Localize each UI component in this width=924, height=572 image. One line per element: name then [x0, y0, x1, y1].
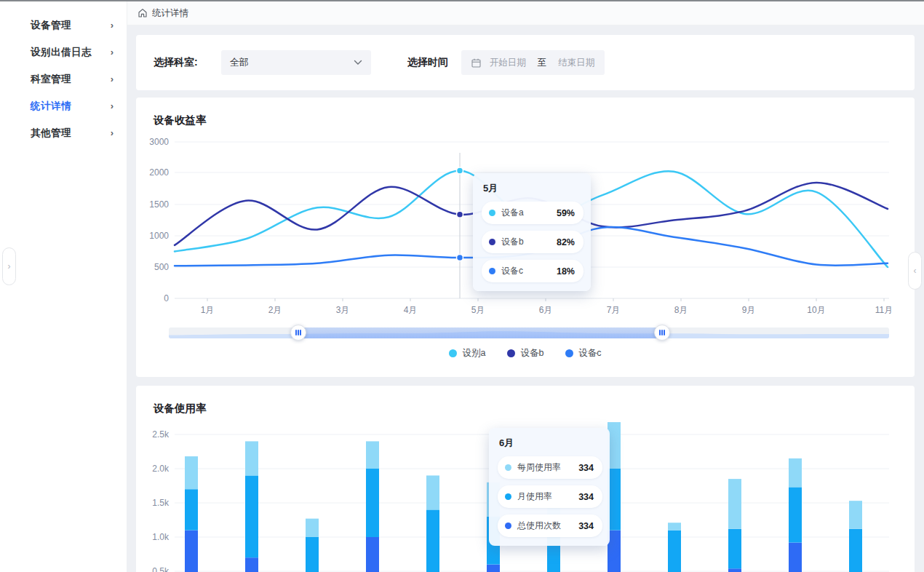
datazoom-handle-right[interactable]: [654, 325, 670, 341]
legend-item-3[interactable]: 设备c: [565, 347, 601, 360]
tooltip-series-value: 82%: [557, 237, 575, 247]
legend-item-1[interactable]: 设别a: [449, 347, 485, 360]
tooltip-series-name: 设备a: [501, 207, 546, 219]
tooltip-row: 设备c18%: [482, 260, 584, 282]
chevron-right-icon: ›: [111, 127, 113, 138]
svg-text:1.0k: 1.0k: [152, 532, 170, 542]
tooltip-row: 设备a59%: [482, 202, 584, 224]
sidebar-item-label: 科室管理: [31, 73, 111, 86]
sidebar-item-2[interactable]: 设别出借日志›: [0, 39, 127, 65]
tooltip-series-name: 设备c: [501, 265, 546, 277]
panel-collapse-toggle[interactable]: ‹: [908, 252, 922, 290]
datazoom-track[interactable]: [169, 327, 889, 338]
svg-text:1000: 1000: [149, 231, 169, 241]
chevron-right-icon: ›: [111, 47, 113, 57]
tooltip-series-value: 334: [578, 521, 594, 531]
legend-dot: [565, 349, 573, 357]
svg-text:5月: 5月: [471, 305, 485, 315]
tooltip-series-dot: [489, 239, 495, 245]
sidebar-item-label: 其他管理: [31, 127, 111, 140]
tooltip-series-dot: [505, 464, 511, 471]
tooltip-row: 总使用次数334: [498, 515, 602, 537]
tooltip-title: 5月: [483, 182, 584, 195]
legend-dot: [449, 349, 457, 357]
breadcrumb: 统计详情: [127, 1, 924, 25]
svg-text:3000: 3000: [149, 137, 169, 147]
tooltip-series-value: 18%: [557, 266, 575, 277]
sidebar-item-3[interactable]: 科室管理›: [0, 65, 127, 92]
sidebar-item-label: 统计详情: [31, 100, 111, 113]
usage-chart-title: 设备使用率: [154, 402, 207, 416]
date-separator: 至: [538, 57, 547, 69]
main-content: 统计详情 选择科室: 全部 选择时间 开始日期 至 结束日期 设备收益率 300…: [127, 1, 924, 572]
date-end-placeholder[interactable]: 结束日期: [558, 57, 594, 69]
tooltip-row: 设备b82%: [482, 231, 584, 253]
tooltip-series-value: 334: [578, 492, 594, 502]
svg-text:1.5k: 1.5k: [152, 498, 170, 508]
tooltip-series-name: 设备b: [501, 236, 546, 248]
window-top-strip: [0, 0, 924, 1]
svg-text:1500: 1500: [149, 199, 169, 210]
tooltip-series-name: 每周使用率: [517, 461, 568, 474]
calendar-icon: [471, 58, 481, 68]
tooltip-series-value: 334: [578, 463, 594, 473]
tooltip-series-dot: [489, 268, 495, 274]
svg-text:9月: 9月: [742, 305, 756, 315]
sidebar-item-label: 设备管理: [31, 19, 111, 32]
chevron-right-icon: ›: [111, 20, 113, 31]
breadcrumb-label: 统计详情: [152, 7, 188, 20]
revenue-chart-card: 设备收益率 300020001500100050001月2月3月4月5月6月7月…: [136, 98, 915, 377]
chevron-right-icon: ›: [8, 261, 11, 271]
sidebar-item-4[interactable]: 统计详情›: [0, 92, 127, 119]
sidebar-item-1[interactable]: 设备管理›: [0, 12, 127, 39]
usage-chart-tooltip: 6月每周使用率334月使用率334总使用次数334: [489, 428, 610, 546]
chart-legend: 设别a设备b设备c: [136, 347, 915, 360]
department-select-value: 全部: [230, 56, 354, 69]
svg-text:2月: 2月: [268, 305, 282, 315]
datazoom-slider[interactable]: [169, 327, 889, 338]
chevron-right-icon: ›: [111, 100, 113, 111]
chevron-left-icon: ‹: [914, 266, 917, 276]
date-range-picker[interactable]: 开始日期 至 结束日期: [461, 50, 605, 75]
legend-item-2[interactable]: 设备b: [507, 347, 543, 360]
svg-text:8月: 8月: [674, 305, 688, 315]
tooltip-series-dot: [505, 523, 511, 529]
legend-label: 设别a: [462, 347, 485, 360]
chevron-right-icon: ›: [111, 74, 113, 84]
tooltip-series-value: 59%: [557, 208, 575, 218]
tooltip-series-name: 总使用次数: [517, 520, 568, 532]
svg-text:0.5k: 0.5k: [152, 566, 170, 572]
tooltip-series-dot: [505, 493, 511, 500]
chevron-down-icon: [354, 60, 362, 65]
svg-text:2.5k: 2.5k: [152, 429, 170, 440]
svg-text:1月: 1月: [201, 305, 215, 315]
department-filter-label: 选择科室:: [154, 56, 198, 69]
department-select[interactable]: 全部: [221, 50, 371, 75]
legend-dot: [507, 349, 515, 357]
svg-text:7月: 7月: [607, 305, 621, 315]
usage-chart-card: 设备使用率 2.5k2.0k1.5k1.0k0.5k 6月每周使用率334月使用…: [136, 386, 915, 572]
tooltip-series-dot: [489, 210, 495, 216]
legend-label: 设备c: [578, 347, 601, 360]
svg-text:11月: 11月: [875, 305, 893, 315]
time-filter-label: 选择时间: [407, 56, 448, 69]
svg-text:10月: 10月: [807, 305, 825, 315]
svg-text:2000: 2000: [149, 167, 169, 178]
legend-label: 设备b: [520, 347, 543, 360]
tooltip-series-name: 月使用率: [517, 490, 568, 503]
tooltip-row: 月使用率334: [498, 485, 602, 508]
svg-text:4月: 4月: [404, 305, 418, 315]
filter-panel: 选择科室: 全部 选择时间 开始日期 至 结束日期: [136, 35, 915, 90]
svg-text:3月: 3月: [336, 305, 350, 315]
tooltip-row: 每周使用率334: [498, 456, 602, 479]
svg-text:6月: 6月: [539, 305, 553, 315]
sidebar-item-5[interactable]: 其他管理›: [0, 119, 127, 146]
datazoom-handle-left[interactable]: [290, 325, 306, 341]
sidebar-collapse-toggle[interactable]: ›: [2, 247, 16, 285]
datazoom-window[interactable]: [298, 327, 662, 338]
svg-text:0: 0: [164, 293, 169, 303]
sidebar: 设备管理›设别出借日志›科室管理›统计详情›其他管理›: [0, 1, 127, 572]
svg-text:500: 500: [154, 262, 169, 272]
date-start-placeholder[interactable]: 开始日期: [490, 57, 526, 69]
sidebar-item-label: 设别出借日志: [31, 46, 111, 59]
